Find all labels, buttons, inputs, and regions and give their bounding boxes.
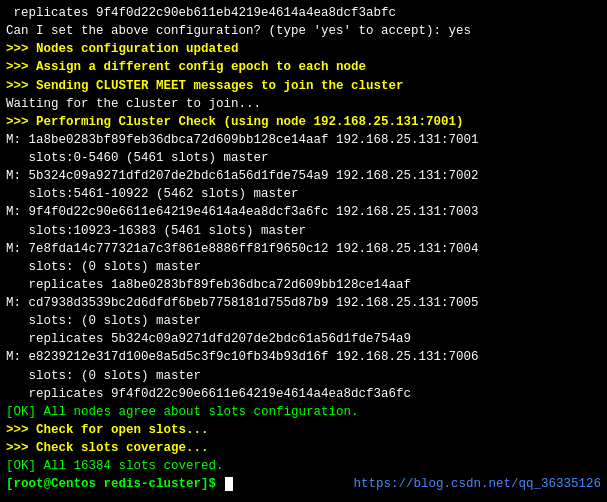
terminal-line: replicates 9f4f0d22c90e6611e64219e4614a4… <box>6 385 601 403</box>
terminal-line: >>> Check slots coverage... <box>6 439 601 457</box>
cursor <box>225 477 233 491</box>
terminal-line: slots: (0 slots) master <box>6 312 601 330</box>
prompt-text: [root@Centos redis-cluster]$ <box>6 477 224 491</box>
terminal-line: [OK] All nodes agree about slots configu… <box>6 403 601 421</box>
terminal-bottom-bar: [root@Centos redis-cluster]$ https://blo… <box>6 475 601 493</box>
terminal-line: replicates 1a8be0283bf89feb36dbca72d609b… <box>6 276 601 294</box>
terminal: replicates 9f4f0d22c90eb611eb4219e4614a4… <box>0 0 607 502</box>
terminal-line: [OK] All 16384 slots covered. <box>6 457 601 475</box>
terminal-line: M: 7e8fda14c777321a7c3f861e8886ff81f9650… <box>6 240 601 258</box>
terminal-line: slots:0-5460 (5461 slots) master <box>6 149 601 167</box>
terminal-line: slots:10923-16383 (5461 slots) master <box>6 222 601 240</box>
terminal-line: >>> Performing Cluster Check (using node… <box>6 113 601 131</box>
terminal-line: M: 5b324c09a9271dfd207de2bdc61a56d1fde75… <box>6 167 601 185</box>
terminal-line: M: e8239212e317d100e8a5d5c3f9c10fb34b93d… <box>6 348 601 366</box>
terminal-line: slots: (0 slots) master <box>6 367 601 385</box>
terminal-line: M: cd7938d3539bc2d6dfdf6beb7758181d755d8… <box>6 294 601 312</box>
terminal-line: >>> Assign a different config epoch to e… <box>6 58 601 76</box>
terminal-line: slots:5461-10922 (5462 slots) master <box>6 185 601 203</box>
terminal-line: slots: (0 slots) master <box>6 258 601 276</box>
terminal-line: Can I set the above configuration? (type… <box>6 22 601 40</box>
terminal-line: M: 9f4f0d22c90e6611e64219e4614a4ea8dcf3a… <box>6 203 601 221</box>
terminal-line: >>> Sending CLUSTER MEET messages to joi… <box>6 77 601 95</box>
csdn-link[interactable]: https://blog.csdn.net/qq_36335126 <box>353 475 601 493</box>
prompt-line: [root@Centos redis-cluster]$ <box>6 475 233 493</box>
terminal-line: M: 1a8be0283bf89feb36dbca72d609bb128ce14… <box>6 131 601 149</box>
terminal-line: Waiting for the cluster to join... <box>6 95 601 113</box>
terminal-line: replicates 9f4f0d22c90eb611eb4219e4614a4… <box>6 4 601 22</box>
terminal-line: replicates 5b324c09a9271dfd207de2bdc61a5… <box>6 330 601 348</box>
terminal-line: >>> Check for open slots... <box>6 421 601 439</box>
terminal-line: >>> Nodes configuration updated <box>6 40 601 58</box>
